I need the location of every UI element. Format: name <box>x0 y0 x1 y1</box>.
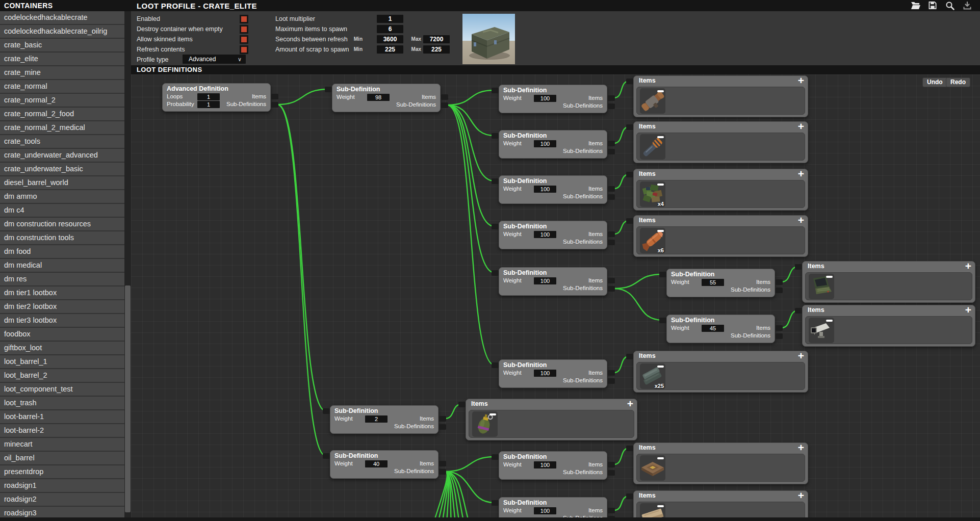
add-item-button[interactable]: + <box>798 168 804 180</box>
definition-node-c6[interactable]: Sub-DefinitionWeight100ItemsSub-Definiti… <box>499 359 607 388</box>
weight-input[interactable]: 40 <box>365 460 388 467</box>
definition-node-c3[interactable]: Sub-DefinitionWeight100ItemsSub-Definiti… <box>499 175 607 204</box>
add-item-button[interactable]: + <box>965 260 971 272</box>
min-input[interactable]: 3600 <box>377 35 403 43</box>
container-list-item[interactable]: dm tier3 lootbox <box>0 314 124 328</box>
definition-node-c5[interactable]: Sub-DefinitionWeight100ItemsSub-Definiti… <box>499 267 607 296</box>
container-list-item[interactable]: minecart <box>0 438 124 452</box>
max-input[interactable]: 225 <box>423 45 450 54</box>
weight-input[interactable]: 100 <box>534 370 556 377</box>
add-item-button[interactable]: + <box>627 398 633 410</box>
container-list-item[interactable]: crate_mine <box>0 66 124 80</box>
port-in[interactable] <box>626 493 633 499</box>
items-panel[interactable]: Items+x25 <box>633 351 808 393</box>
port-subdefs-out[interactable] <box>608 194 615 200</box>
weight-input[interactable]: 45 <box>702 325 724 332</box>
weight-input[interactable]: 100 <box>534 231 556 238</box>
horizontal-scrollbar[interactable] <box>0 517 980 521</box>
port-subdefs-out[interactable] <box>439 469 446 475</box>
port-in[interactable] <box>492 88 499 93</box>
port-subdefs-out[interactable] <box>608 286 615 292</box>
port-in[interactable] <box>626 124 633 130</box>
items-panel[interactable]: Items+ <box>633 75 808 117</box>
port-in[interactable] <box>795 264 802 270</box>
port-items-out[interactable] <box>439 461 446 466</box>
item-slot[interactable] <box>809 274 834 299</box>
remove-item-button[interactable] <box>657 366 664 368</box>
container-list-item[interactable]: dm tier1 lootbox <box>0 286 124 300</box>
container-list-item[interactable]: loot_barrel_1 <box>0 355 124 369</box>
remove-item-button[interactable] <box>489 413 496 415</box>
port-items-out[interactable] <box>608 278 615 283</box>
port-in[interactable] <box>492 133 499 139</box>
checkbox-allow-skinned-items[interactable] <box>240 35 248 44</box>
container-list-item[interactable]: dm construction tools <box>0 231 124 245</box>
weight-input[interactable]: 100 <box>534 461 556 468</box>
checkbox-refresh-contents[interactable] <box>240 45 248 54</box>
save-icon[interactable] <box>928 1 938 11</box>
weight-input[interactable]: 100 <box>534 277 556 284</box>
port-items-out[interactable] <box>608 186 615 192</box>
remove-item-button[interactable] <box>657 136 664 138</box>
port-in[interactable] <box>492 178 499 184</box>
port-subdefs-out[interactable] <box>608 240 615 245</box>
search-icon[interactable] <box>945 1 956 11</box>
container-list-item[interactable]: codelockedhackablecrate <box>0 11 124 25</box>
add-item-button[interactable]: + <box>965 304 971 316</box>
definition-node-c2[interactable]: Sub-DefinitionWeight100ItemsSub-Definiti… <box>499 130 607 159</box>
port-in[interactable] <box>492 500 499 506</box>
definition-node-c7[interactable]: Sub-DefinitionWeight100ItemsSub-Definiti… <box>499 451 607 480</box>
container-list-item[interactable]: presentdrop <box>0 465 124 479</box>
remove-item-button[interactable] <box>657 457 664 459</box>
container-list-item[interactable]: diesel_barrel_world <box>0 176 124 190</box>
container-list-item[interactable]: giftbox_loot <box>0 342 124 355</box>
weight-input[interactable]: 55 <box>702 279 724 286</box>
port-in[interactable] <box>626 172 633 177</box>
node-value-input[interactable]: 1 <box>197 93 220 100</box>
definition-node-sd2[interactable]: Sub-DefinitionWeight2ItemsSub-Definition… <box>330 405 439 434</box>
container-list-item[interactable]: crate_normal_2 <box>0 94 124 108</box>
port-items-out[interactable] <box>776 279 783 285</box>
definition-node-c4[interactable]: Sub-DefinitionWeight100ItemsSub-Definiti… <box>499 221 607 249</box>
add-item-button[interactable]: + <box>798 74 804 87</box>
loot-definitions-graph[interactable]: Undo Redo Advanced DefinitionLoops1Items… <box>131 74 980 521</box>
container-list-item[interactable]: foodbox <box>0 328 124 342</box>
weight-input[interactable]: 100 <box>534 140 556 147</box>
container-list-item[interactable]: crate_underwater_advanced <box>0 149 124 163</box>
port-items-out[interactable] <box>608 508 615 513</box>
definition-node-adv[interactable]: Advanced DefinitionLoops1ItemsProbabilit… <box>162 83 271 112</box>
container-list-item[interactable]: crate_elite <box>0 53 124 66</box>
remove-item-button[interactable] <box>657 90 664 92</box>
item-slot[interactable] <box>809 318 834 343</box>
port-in[interactable] <box>325 87 332 92</box>
port-in[interactable] <box>323 453 330 459</box>
port-in[interactable] <box>626 446 633 451</box>
items-panel[interactable]: Items+x6 <box>633 215 808 257</box>
port-subdefs-out[interactable] <box>608 378 615 384</box>
port-in[interactable] <box>323 408 330 414</box>
container-list-item[interactable]: loot-barrel-1 <box>0 410 124 424</box>
number-input[interactable]: 1 <box>377 15 403 23</box>
items-panel[interactable]: Items+ <box>633 121 808 163</box>
container-list-item[interactable]: loot_component_test <box>0 383 124 397</box>
container-list-item[interactable]: roadsign3 <box>0 507 124 517</box>
port-in[interactable] <box>659 272 666 277</box>
items-panel[interactable]: Items+ <box>466 399 637 440</box>
port-in[interactable] <box>795 308 802 314</box>
container-list-item[interactable]: crate_tools <box>0 135 124 149</box>
download-icon[interactable] <box>963 1 973 11</box>
weight-input[interactable]: 100 <box>534 507 556 514</box>
container-list-item[interactable]: loot-barrel-2 <box>0 424 124 438</box>
definition-node-n55[interactable]: Sub-DefinitionWeight55ItemsSub-Definitio… <box>666 269 775 297</box>
port-in[interactable] <box>492 454 499 460</box>
container-list-item[interactable]: dm construction resources <box>0 218 124 231</box>
container-list-item[interactable]: dm ammo <box>0 190 124 204</box>
item-slot[interactable] <box>640 88 665 114</box>
undo-button[interactable]: Undo <box>922 77 947 87</box>
definition-node-n45[interactable]: Sub-DefinitionWeight45ItemsSub-Definitio… <box>666 315 775 343</box>
port-items-out[interactable] <box>608 141 615 146</box>
port-subdefs-out[interactable] <box>608 149 615 154</box>
port-items-out[interactable] <box>608 95 615 101</box>
items-panel[interactable]: Items+ <box>633 442 808 484</box>
port-subdefs-out[interactable] <box>439 424 446 430</box>
